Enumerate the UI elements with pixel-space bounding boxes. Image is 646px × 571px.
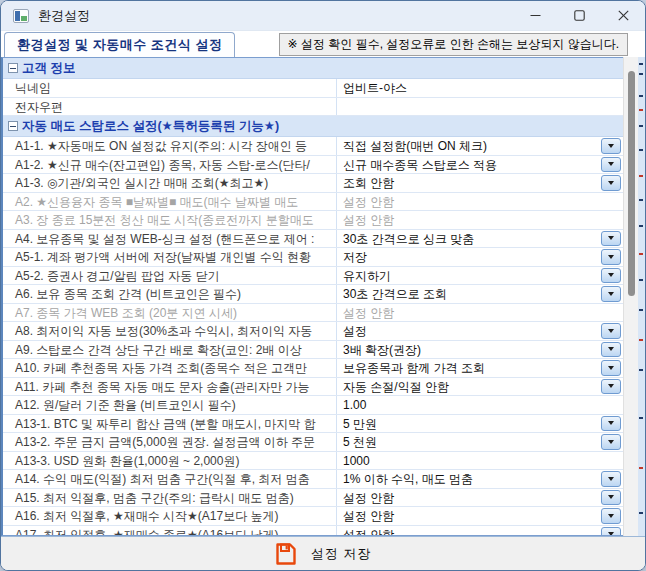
dropdown-button[interactable] (601, 138, 621, 154)
grid-row[interactable]: A5-2. 증권사 경고/알림 팝업 자동 닫기 유지하기 (3, 267, 623, 286)
dropdown-button[interactable] (601, 157, 621, 173)
edge-mark (639, 309, 643, 311)
edge-mark (639, 125, 643, 127)
dropdown-button[interactable] (601, 342, 621, 358)
collapse-icon[interactable] (8, 63, 18, 73)
dropdown-button[interactable] (601, 508, 621, 524)
setting-value[interactable]: 1.00 (337, 396, 623, 414)
background-edge-strip (638, 57, 645, 536)
setting-value[interactable]: 신규 매수종목 스탑로스 적용 (337, 156, 623, 174)
grid-row[interactable]: A13-2. 주문 금지 금액(5,000원 권장. 설정금액 이하 주문 5 … (3, 433, 623, 452)
dropdown-button[interactable] (601, 360, 621, 376)
setting-value[interactable]: 1000 (337, 452, 623, 470)
setting-value[interactable]: 설정 안함 (337, 211, 623, 229)
dropdown-button[interactable] (601, 231, 621, 247)
dropdown-button[interactable] (601, 434, 621, 450)
setting-value[interactable]: 업비트-야스 (337, 79, 623, 97)
dropdown-button[interactable] (601, 490, 621, 506)
dropdown-button[interactable] (601, 268, 621, 284)
grid-row[interactable]: A14. 수익 매도(익절) 최저 멈춤 구간(익절 후, 최저 멈춤 1% 이… (3, 470, 623, 489)
scrollbar-thumb[interactable] (628, 71, 635, 296)
dropdown-button[interactable] (601, 249, 621, 265)
grid-row[interactable]: A6. 보유 종목 조회 간격 (비트코인은 필수) 30초 간격으로 조회 (3, 285, 623, 304)
edge-mark (639, 253, 643, 255)
dropdown-button[interactable] (601, 527, 621, 537)
grid-row[interactable]: A13-1. BTC 및 짜투리 합산 금액 (분할 매도시, 마지막 합 5 … (3, 415, 623, 434)
grid-row[interactable]: A1-1. ★자동매도 ON 설정값 유지(주의: 시각 장애인 등 직접 설정… (3, 137, 623, 156)
grid-row[interactable]: A8. 최저이익 자동 보정(30%초과 수익시, 최저이익 자동 설정 (3, 322, 623, 341)
setting-value[interactable]: 5 천원 (337, 433, 623, 451)
grid-row[interactable]: A3. 장 종료 15분전 청산 매도 시작(종료전까지 분할매도 설정 안함 (3, 211, 623, 230)
tab-environment-settings[interactable]: 환경설정 및 자동매수 조건식 설정 (4, 32, 235, 57)
grid-row[interactable]: A15. 최저 익절후, 멈춤 구간(주의: 급락시 매도 멈춤) 설정 안함 (3, 489, 623, 508)
grid-row[interactable]: A9. 스탑로스 간격 상단 구간 배로 확장(코인: 2배 이상 3배 확장(… (3, 341, 623, 360)
grid-row[interactable]: A4. 보유종목 및 설정 WEB-싱크 설정 (핸드폰으로 제어 : 30초 … (3, 230, 623, 249)
dropdown-button[interactable] (601, 379, 621, 395)
chevron-down-icon (608, 162, 614, 166)
edge-mark (639, 95, 643, 97)
setting-value[interactable]: 설정 안함 (337, 489, 623, 507)
settings-grid: 고객 정보 닉네임 업비트-야스 전자우편 자동 매도 스탑로스 설정(★특허등… (1, 57, 623, 536)
grid-row[interactable]: A12. 원/달러 기준 환율 (비트코인시 필수) 1.00 (3, 396, 623, 415)
setting-value[interactable]: 직접 설정함(매번 ON 체크) (337, 137, 623, 155)
dropdown-button[interactable] (601, 416, 621, 432)
grid-row[interactable]: 닉네임 업비트-야스 (3, 79, 623, 98)
section-header[interactable]: 고객 정보 (3, 58, 623, 79)
chevron-down-icon (608, 144, 614, 148)
edge-mark (639, 417, 643, 419)
dropdown-button[interactable] (601, 175, 621, 191)
grid-row[interactable]: A13-3. USD 원화 환율(1,000원 ~ 2,000원) 1000 (3, 452, 623, 471)
setting-label: A1-2. ★신규 매수(잔고편입) 종목, 자동 스탑-로스(단타/ (3, 156, 337, 174)
grid-row[interactable]: A17. 최저 익절후, ★재매수 종료★(A16보다 낮게) 설정 안함 (3, 526, 623, 537)
setting-value[interactable]: 보유종목과 함께 가격 조회 (337, 359, 623, 377)
chevron-down-icon (608, 347, 614, 351)
setting-label: A17. 최저 익절후, ★재매수 종료★(A16보다 낮게) (3, 526, 337, 537)
vertical-scrollbar[interactable] (623, 57, 638, 536)
grid-row[interactable]: A16. 최저 익절후, ★재매수 시작★(A17보다 높게) 설정 안함 (3, 507, 623, 526)
setting-value[interactable]: 1% 이하 수익, 매도 멈춤 (337, 470, 623, 488)
setting-value[interactable]: 자동 손절/익절 안함 (337, 378, 623, 396)
grid-row[interactable]: A5-1. 계좌 평가액 서버에 저장(날짜별 개인별 수익 현황 저장 (3, 248, 623, 267)
edge-mark (639, 63, 643, 65)
title-bar: 환경설정 (1, 1, 645, 31)
close-button[interactable] (601, 1, 645, 30)
grid-row[interactable]: A11. 카페 추천 종목 자동 매도 문자 송출(관리자만 가능 자동 손절/… (3, 378, 623, 397)
edge-mark (639, 175, 643, 177)
settings-window: 환경설정 환경설정 및 자동매수 조건식 설정 ※ 설정 확인 필수, 설정오류… (0, 0, 646, 571)
setting-value[interactable]: 조회 안함 (337, 174, 623, 192)
grid-row[interactable]: A1-2. ★신규 매수(잔고편입) 종목, 자동 스탑-로스(단타/ 신규 매… (3, 156, 623, 175)
setting-value[interactable]: 설정 안함 (337, 526, 623, 537)
edge-mark (639, 279, 643, 281)
setting-value[interactable]: 저장 (337, 248, 623, 266)
chevron-down-icon (608, 477, 614, 481)
setting-value[interactable]: 3배 확장(권장) (337, 341, 623, 359)
setting-value[interactable] (337, 98, 623, 116)
setting-value[interactable]: 설정 안함 (337, 507, 623, 525)
setting-value[interactable]: 설정 안함 (337, 193, 623, 211)
dropdown-button[interactable] (601, 323, 621, 339)
setting-label: A12. 원/달러 기준 환율 (비트코인시 필수) (3, 396, 337, 414)
collapse-icon[interactable] (8, 121, 18, 131)
dropdown-button[interactable] (601, 286, 621, 302)
edge-mark (639, 199, 643, 201)
grid-row[interactable]: A7. 종목 가격 WEB 조회 (20분 지연 시세) 설정 안함 (3, 304, 623, 323)
setting-value[interactable]: 설정 (337, 322, 623, 340)
setting-value[interactable]: 30초 간격으로 조회 (337, 285, 623, 303)
grid-row[interactable]: A1-3. ◎기관/외국인 실시간 매매 조회(★최고★) 조회 안함 (3, 174, 623, 193)
edge-mark (639, 109, 643, 111)
edge-mark (639, 149, 643, 151)
minimize-button[interactable] (513, 1, 557, 30)
maximize-button[interactable] (557, 1, 601, 30)
setting-value[interactable]: 5 만원 (337, 415, 623, 433)
grid-row[interactable]: A10. 카페 추천종목 자동 가격 조회(종목수 적은 고객만 보유종목과 함… (3, 359, 623, 378)
setting-label: A2. ★신용융자 종목 ■날짜별■ 매도(매수 날짜별 매도 (3, 193, 337, 211)
section-header[interactable]: 자동 매도 스탑로스 설정(★특허등록된 기능★) (3, 116, 623, 137)
setting-value[interactable]: 설정 안함 (337, 304, 623, 322)
setting-value[interactable]: 30초 간격으로 싱크 맞춤 (337, 230, 623, 248)
setting-value[interactable]: 유지하기 (337, 267, 623, 285)
dropdown-button[interactable] (601, 471, 621, 487)
grid-row[interactable]: 전자우편 (3, 98, 623, 117)
grid-row[interactable]: A2. ★신용융자 종목 ■날짜별■ 매도(매수 날짜별 매도 설정 안함 (3, 193, 623, 212)
edge-mark (639, 225, 643, 227)
save-settings-button[interactable]: 설정 저장 (265, 540, 382, 568)
